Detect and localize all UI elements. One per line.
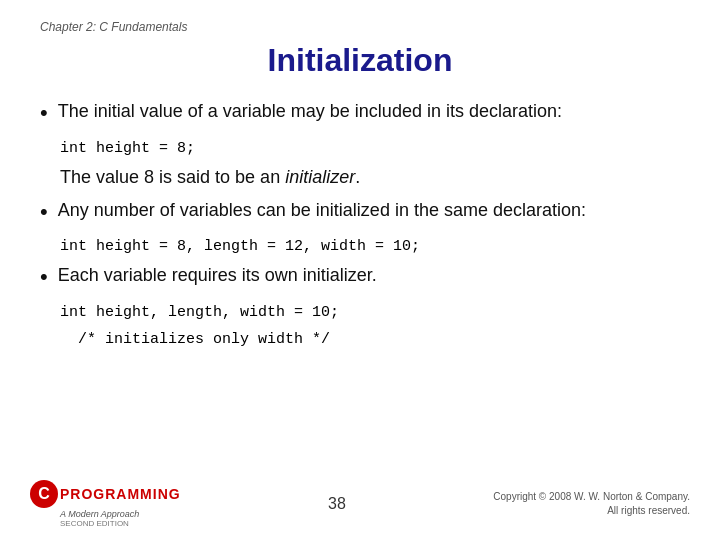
footer-logo: C PROGRAMMING A Modern Approach SECOND E… bbox=[30, 480, 181, 528]
initializer-description: The value 8 is said to be an initializer… bbox=[60, 165, 680, 190]
slide-title: Initialization bbox=[40, 42, 680, 79]
code-block-1: int height = 8; bbox=[60, 138, 680, 159]
page-number: 38 bbox=[328, 495, 346, 513]
bullet-3-text: Each variable requires its own initializ… bbox=[58, 263, 680, 288]
bullet-2-text: Any number of variables can be initializ… bbox=[58, 198, 680, 223]
copyright-line2: All rights reserved. bbox=[607, 505, 690, 516]
bullet-item-2: • Any number of variables can be initial… bbox=[40, 198, 680, 227]
content-area: • The initial value of a variable may be… bbox=[40, 99, 680, 350]
logo-subtitle: A Modern Approach bbox=[60, 509, 139, 519]
footer: C PROGRAMMING A Modern Approach SECOND E… bbox=[0, 480, 720, 528]
bullet-1-text: The initial value of a variable may be i… bbox=[58, 99, 680, 124]
description-end: . bbox=[355, 167, 360, 187]
description-text: The value 8 is said to be an bbox=[60, 167, 285, 187]
initializer-italic: initializer bbox=[285, 167, 355, 187]
bullet-2-icon: • bbox=[40, 198, 48, 227]
chapter-label: Chapter 2: C Fundamentals bbox=[40, 20, 680, 34]
code-block-3a: int height, length, width = 10; bbox=[60, 302, 680, 323]
copyright: Copyright © 2008 W. W. Norton & Company.… bbox=[493, 490, 690, 518]
slide: Chapter 2: C Fundamentals Initialization… bbox=[0, 0, 720, 540]
logo-edition: SECOND EDITION bbox=[60, 519, 129, 528]
logo-top: C PROGRAMMING bbox=[30, 480, 181, 508]
copyright-line1: Copyright © 2008 W. W. Norton & Company. bbox=[493, 491, 690, 502]
bullet-item-1: • The initial value of a variable may be… bbox=[40, 99, 680, 128]
bullet-item-3: • Each variable requires its own initial… bbox=[40, 263, 680, 292]
bullet-1-icon: • bbox=[40, 99, 48, 128]
logo-programming-text: PROGRAMMING bbox=[60, 486, 181, 502]
logo-c-icon: C bbox=[30, 480, 58, 508]
code-block-3b: /* initializes only width */ bbox=[60, 329, 680, 350]
code-block-2: int height = 8, length = 12, width = 10; bbox=[60, 236, 680, 257]
bullet-3-icon: • bbox=[40, 263, 48, 292]
